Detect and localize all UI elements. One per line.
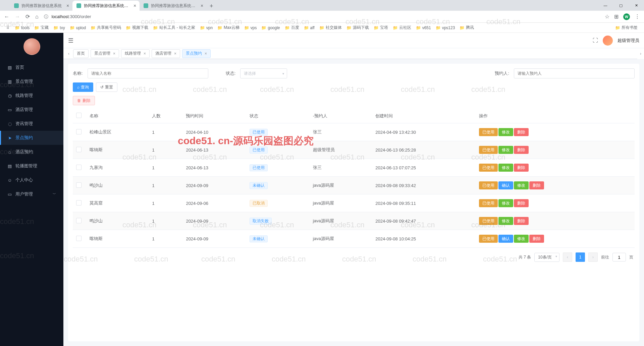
bookmark-item[interactable]: vps xyxy=(242,24,259,32)
row-checkbox[interactable] xyxy=(76,129,82,134)
bookmark-item[interactable]: 腾讯 xyxy=(457,24,476,32)
sidebar-avatar[interactable] xyxy=(23,38,40,55)
bookmark-item[interactable]: 站长工具 - 站长之家 xyxy=(151,24,198,32)
page-1-button[interactable]: 1 xyxy=(576,252,585,262)
page-tab[interactable]: 景点管理× xyxy=(91,49,119,58)
tab-close-icon[interactable]: × xyxy=(113,51,115,56)
maximize-button[interactable]: ▢ xyxy=(613,0,629,11)
next-page-button[interactable]: › xyxy=(588,252,598,262)
row-checkbox[interactable] xyxy=(76,200,82,206)
hamburger-icon[interactable]: ☰ xyxy=(68,37,73,44)
profile-badge[interactable]: W xyxy=(623,13,630,20)
tab-close-icon[interactable]: × xyxy=(144,51,146,56)
page-tab[interactable]: 酒店管理× xyxy=(152,49,180,58)
row-checkbox[interactable] xyxy=(76,147,82,152)
star-icon[interactable]: ☆ xyxy=(605,13,609,20)
site-info-icon[interactable]: ⓘ xyxy=(44,14,48,20)
tab-close-icon[interactable]: × xyxy=(66,3,69,8)
row-checkbox[interactable] xyxy=(76,182,82,188)
sidebar-item[interactable]: ▧首页 xyxy=(0,60,63,74)
sidebar-item[interactable]: ▤轮播图管理 xyxy=(0,159,63,173)
reset-button[interactable]: ↺重置 xyxy=(96,82,117,92)
minimize-button[interactable]: — xyxy=(598,0,613,11)
row-action-button[interactable]: 已使用 xyxy=(479,146,498,154)
name-input[interactable] xyxy=(88,68,208,78)
bookmark-item[interactable]: 社交媒体 xyxy=(317,24,344,32)
sidebar-item[interactable]: ➤景点预约 xyxy=(0,131,63,145)
forward-button[interactable]: → xyxy=(15,14,20,20)
row-action-button[interactable]: 已使用 xyxy=(479,235,498,243)
search-button[interactable]: ⌕查询 xyxy=(73,82,93,92)
bookmark-item[interactable]: aff xyxy=(302,24,317,32)
page-tab[interactable]: 线路管理× xyxy=(121,49,150,58)
tab-close-icon[interactable]: × xyxy=(133,3,136,8)
row-action-button[interactable]: 删除 xyxy=(514,217,529,225)
tabs-scroll-left[interactable]: ‹ xyxy=(65,51,72,56)
kebab-menu-icon[interactable]: ⋮ xyxy=(635,13,640,20)
booker-input[interactable] xyxy=(514,68,635,78)
prev-page-button[interactable]: ‹ xyxy=(563,252,572,262)
goto-page-input[interactable] xyxy=(612,253,626,262)
all-bookmarks[interactable]: 所有书签 xyxy=(613,24,640,32)
row-action-button[interactable]: 已使用 xyxy=(479,181,498,189)
bookmark-item[interactable]: txy xyxy=(51,24,67,32)
bookmark-item[interactable]: 共享账号密码 xyxy=(88,24,123,32)
row-action-button[interactable]: 修改 xyxy=(498,128,513,136)
row-action-button[interactable]: 删除 xyxy=(514,164,529,172)
row-action-button[interactable]: 修改 xyxy=(498,199,513,207)
browser-tab[interactable]: 协同推荐旅游信息系统后台× xyxy=(72,1,140,11)
apps-button[interactable]: ⠿ xyxy=(4,24,12,31)
page-tab[interactable]: 首页 xyxy=(73,49,89,58)
row-action-button[interactable]: 修改 xyxy=(498,146,513,154)
bookmark-item[interactable]: 百度 xyxy=(282,24,302,32)
row-action-button[interactable]: 删除 xyxy=(514,146,529,154)
sidebar-item[interactable]: ☺个人中心 xyxy=(0,173,63,187)
sidebar-item[interactable]: ◌资讯管理 xyxy=(0,117,63,131)
row-action-button[interactable]: 已使用 xyxy=(479,164,498,172)
row-checkbox[interactable] xyxy=(76,218,82,223)
sidebar-item[interactable]: ⌂酒店预约 xyxy=(0,145,63,159)
row-action-button[interactable]: 修改 xyxy=(514,181,529,189)
header-avatar[interactable] xyxy=(603,36,613,46)
bookmark-item[interactable]: tools xyxy=(12,24,32,32)
row-action-button[interactable]: 确认 xyxy=(498,181,513,189)
bookmark-item[interactable]: vpn xyxy=(198,24,215,32)
row-action-button[interactable]: 已使用 xyxy=(479,217,498,225)
fullscreen-icon[interactable]: ⛶ xyxy=(593,38,598,44)
bookmark-item[interactable]: v651 xyxy=(414,24,433,32)
back-button[interactable]: ← xyxy=(4,14,9,20)
browser-tab[interactable]: 协同推荐旅游信息系统后台× xyxy=(140,1,207,11)
bookmark-item[interactable]: 视频下载 xyxy=(123,24,151,32)
row-action-button[interactable]: 已使用 xyxy=(479,199,498,207)
tab-close-icon[interactable]: × xyxy=(201,3,203,8)
browser-tab[interactable]: 协同推荐旅游信息系统× xyxy=(10,1,72,11)
select-all-checkbox[interactable] xyxy=(76,113,82,118)
row-action-button[interactable]: 已使用 xyxy=(479,128,498,136)
tab-close-icon[interactable]: × xyxy=(205,51,207,56)
row-checkbox[interactable] xyxy=(76,165,82,170)
tabs-scroll-right[interactable]: › xyxy=(637,48,644,59)
page-size-select[interactable]: 10条/页 xyxy=(534,253,559,262)
bookmark-item[interactable]: 宝塔 xyxy=(371,24,390,32)
sidebar-item[interactable]: ▭酒店管理 xyxy=(0,103,63,117)
row-action-button[interactable]: 删除 xyxy=(514,128,529,136)
page-tab[interactable]: 景点预约× xyxy=(182,49,211,58)
reload-button[interactable]: ⟳ xyxy=(25,13,30,20)
bookmark-item[interactable]: uplod xyxy=(67,24,88,32)
row-action-button[interactable]: 删除 xyxy=(514,199,529,207)
bookmark-item[interactable]: Max云梯 xyxy=(215,24,242,32)
bookmark-item[interactable]: 源码下载 xyxy=(344,24,371,32)
sidebar-item[interactable]: ▭用户管理﹀ xyxy=(0,187,63,201)
home-button[interactable]: ⌂ xyxy=(35,14,39,20)
close-window-button[interactable]: ✕ xyxy=(629,0,644,11)
tab-close-icon[interactable]: × xyxy=(174,51,176,56)
bookmark-item[interactable]: google xyxy=(259,24,282,32)
row-action-button[interactable]: 确认 xyxy=(498,235,513,243)
status-select[interactable]: 请选择 xyxy=(240,68,287,78)
url-field[interactable]: ⓘ localhost:3000/order xyxy=(44,14,91,20)
row-action-button[interactable]: 删除 xyxy=(529,235,544,243)
sidebar-item[interactable]: ▥景点管理 xyxy=(0,74,63,89)
bulk-delete-button[interactable]: 🗑删除 xyxy=(73,96,95,105)
row-action-button[interactable]: 修改 xyxy=(498,217,513,225)
row-action-button[interactable]: 删除 xyxy=(529,181,544,189)
